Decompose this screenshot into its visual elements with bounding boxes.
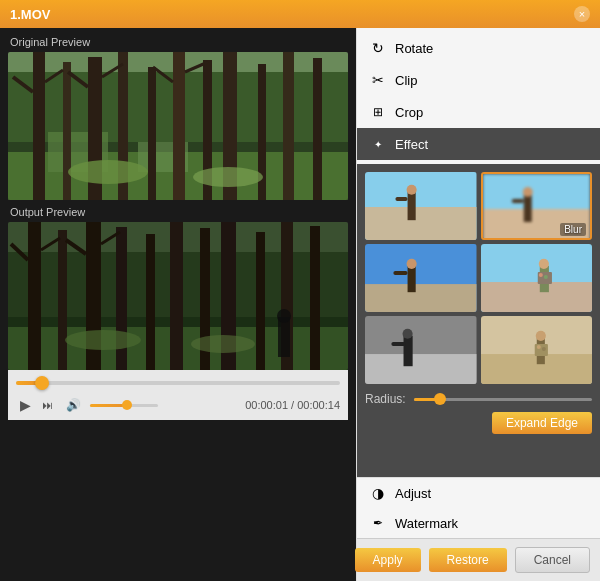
progress-track[interactable] — [16, 381, 340, 385]
menu-item-effect[interactable]: ✦ Effect — [357, 128, 600, 160]
svg-point-73 — [403, 329, 413, 339]
svg-rect-11 — [173, 52, 185, 200]
svg-point-23 — [68, 160, 148, 184]
title-bar: 1.MOV × — [0, 0, 600, 28]
svg-rect-72 — [404, 336, 413, 366]
rotate-label: Rotate — [395, 41, 433, 56]
effect-thumb-4[interactable] — [481, 244, 593, 312]
effect-grid: Blur — [365, 172, 592, 384]
clip-icon: ✂ — [369, 71, 387, 89]
svg-rect-33 — [146, 234, 155, 370]
crop-label: Crop — [395, 105, 423, 120]
menu-item-clip[interactable]: ✂ Clip — [357, 64, 600, 96]
svg-point-66 — [538, 259, 548, 269]
play-button[interactable]: ▶ — [16, 396, 34, 414]
radius-thumb[interactable] — [434, 393, 446, 405]
svg-rect-37 — [256, 232, 265, 370]
svg-rect-16 — [313, 58, 322, 200]
svg-rect-55 — [523, 194, 531, 222]
effect-thumb-3[interactable] — [365, 244, 477, 312]
svg-point-61 — [407, 259, 417, 269]
fast-forward-button[interactable]: ⏭ — [38, 396, 56, 414]
svg-rect-39 — [310, 226, 320, 370]
svg-rect-30 — [58, 230, 67, 370]
svg-point-80 — [536, 345, 540, 349]
watermark-icon: ✒ — [369, 514, 387, 532]
close-button[interactable]: × — [574, 6, 590, 22]
time-display: 00:00:01 / 00:00:14 — [245, 399, 340, 411]
output-preview-label: Output Preview — [8, 206, 348, 218]
svg-rect-74 — [391, 342, 405, 346]
svg-rect-49 — [365, 207, 477, 240]
bottom-menu: ◑ Adjust ✒ Watermark — [357, 477, 600, 538]
rotate-icon: ↻ — [369, 39, 387, 57]
effect-thumb-6[interactable] — [481, 316, 593, 384]
svg-rect-71 — [365, 354, 477, 384]
svg-point-81 — [541, 347, 545, 351]
left-panel: Original Preview — [0, 28, 356, 581]
svg-rect-57 — [511, 199, 523, 203]
apply-button[interactable]: Apply — [355, 548, 421, 572]
effect-thumb-5[interactable] — [365, 316, 477, 384]
radius-track[interactable] — [414, 398, 592, 401]
menu-item-adjust[interactable]: ◑ Adjust — [357, 478, 600, 508]
svg-rect-7 — [63, 62, 71, 200]
svg-point-69 — [543, 275, 547, 279]
progress-thumb[interactable] — [35, 376, 49, 390]
svg-rect-15 — [283, 52, 294, 200]
output-video-scene — [8, 222, 348, 370]
menu-item-rotate[interactable]: ↻ Rotate — [357, 32, 600, 64]
menu-item-crop[interactable]: ⊞ Crop — [357, 96, 600, 128]
output-preview — [8, 222, 348, 370]
svg-rect-79 — [534, 344, 547, 356]
svg-rect-59 — [365, 284, 477, 312]
blur-label: Blur — [560, 223, 586, 236]
crop-icon: ⊞ — [369, 103, 387, 121]
svg-rect-64 — [481, 282, 593, 312]
volume-thumb[interactable] — [122, 400, 132, 410]
watermark-label: Watermark — [395, 516, 458, 531]
svg-rect-50 — [408, 192, 416, 220]
adjust-label: Adjust — [395, 486, 431, 501]
svg-rect-6 — [33, 52, 45, 200]
adjust-icon: ◑ — [369, 484, 387, 502]
cancel-button[interactable]: Cancel — [515, 547, 590, 573]
effect-thumb-1[interactable] — [365, 172, 477, 240]
effect-section: Blur — [357, 164, 600, 477]
restore-button[interactable]: Restore — [429, 548, 507, 572]
svg-rect-52 — [395, 197, 407, 201]
effect-label: Effect — [395, 137, 428, 152]
playback-controls: ▶ ⏭ 🔊 00:00:01 / 00:00:14 — [16, 396, 340, 414]
svg-rect-29 — [28, 222, 41, 370]
radius-label: Radius: — [365, 392, 406, 406]
svg-point-78 — [535, 331, 545, 341]
svg-point-24 — [193, 167, 263, 187]
svg-point-56 — [522, 187, 532, 197]
original-preview — [8, 52, 348, 200]
svg-rect-10 — [148, 67, 156, 200]
progress-bar-container[interactable] — [16, 376, 340, 390]
menu-items: ↻ Rotate ✂ Clip ⊞ Crop ✦ Effect — [357, 28, 600, 164]
original-video-scene — [8, 52, 348, 200]
svg-point-51 — [407, 185, 417, 195]
controls-area: ▶ ⏭ 🔊 00:00:01 / 00:00:14 — [8, 370, 348, 420]
svg-point-45 — [191, 335, 255, 353]
window-title: 1.MOV — [10, 7, 50, 22]
right-panel: ↻ Rotate ✂ Clip ⊞ Crop ✦ Effect — [356, 28, 600, 581]
original-preview-label: Original Preview — [8, 36, 348, 48]
svg-rect-60 — [408, 266, 416, 292]
svg-rect-34 — [170, 222, 183, 370]
radius-row: Radius: — [365, 392, 592, 406]
menu-item-watermark[interactable]: ✒ Watermark — [357, 508, 600, 538]
svg-point-44 — [65, 330, 141, 350]
clip-label: Clip — [395, 73, 417, 88]
volume-icon[interactable]: 🔊 — [64, 396, 82, 414]
svg-point-68 — [538, 273, 542, 277]
effect-icon: ✦ — [369, 135, 387, 153]
svg-rect-62 — [393, 271, 407, 275]
footer-buttons: Apply Restore Cancel — [357, 538, 600, 581]
volume-track[interactable] — [90, 404, 158, 407]
svg-point-47 — [277, 309, 291, 323]
effect-thumb-blur[interactable]: Blur — [481, 172, 593, 240]
expand-edge-button[interactable]: Expand Edge — [492, 412, 592, 434]
